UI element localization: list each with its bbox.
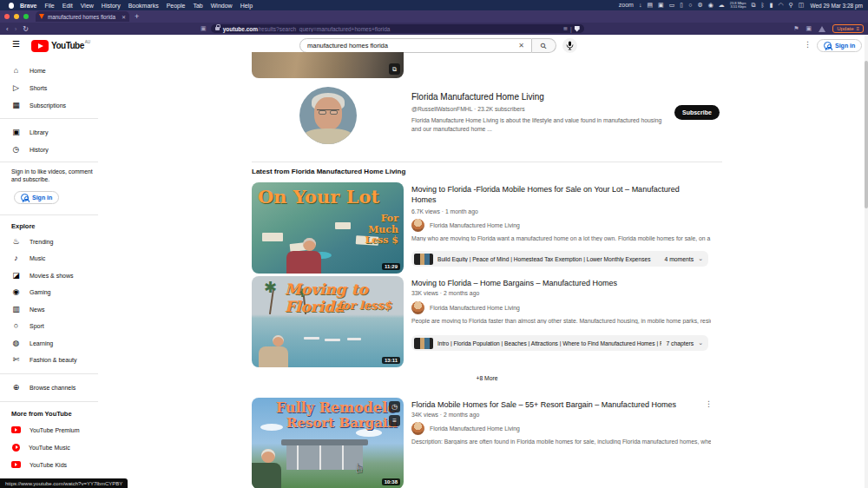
net-down: 3.51 Kbps xyxy=(730,5,746,10)
search-button[interactable]: ⚲ xyxy=(532,38,556,53)
back-button[interactable]: ‹ xyxy=(6,25,9,33)
chevron-down-icon[interactable]: ⌄ xyxy=(698,340,703,346)
video-thumbnail[interactable]: On Your Lot For Much Less $ 11:29 xyxy=(252,182,404,274)
sidebar-item-sport[interactable]: ○ Sport xyxy=(11,319,98,333)
video-channel-row[interactable]: Florida Manufactured Home Living xyxy=(411,301,520,314)
channel-avatar[interactable] xyxy=(299,87,357,144)
sidebar-item-movies[interactable]: ◪ Movies & shows xyxy=(11,268,98,282)
window-minimize-button[interactable] xyxy=(14,14,19,19)
brave-shields-icon[interactable] xyxy=(575,26,580,32)
camera-icon[interactable]: ▣ xyxy=(658,0,664,10)
sidebar-item-youtube-premium[interactable]: YouTube Premium xyxy=(11,423,98,437)
open-in-new-icon[interactable]: ⧉ xyxy=(389,63,400,75)
video-channel-row[interactable]: Florida Manufactured Home Living xyxy=(411,422,520,435)
header-signin-button[interactable]: Sign in xyxy=(817,39,862,52)
sidebar-item-music[interactable]: ♪ Music xyxy=(11,251,98,265)
apple-menu-icon[interactable] xyxy=(9,3,14,9)
tab-close-icon[interactable]: ✕ xyxy=(122,14,126,20)
menu-help[interactable]: Help xyxy=(240,3,253,9)
sidebar-item-browse-channels[interactable]: ⊕ Browse channels xyxy=(11,380,98,394)
url-field[interactable]: youtube.com /results?search_query=manufa… xyxy=(211,24,584,33)
menu-view[interactable]: View xyxy=(81,3,94,9)
new-tab-button[interactable]: + xyxy=(135,12,139,21)
chapters-bar[interactable]: Intro | Florida Population | Beaches | A… xyxy=(411,335,708,351)
window-close-button[interactable] xyxy=(4,14,10,19)
sidebar-item-subscriptions[interactable]: ▦ Subscriptions xyxy=(11,98,98,112)
display-icon[interactable]: ▤ xyxy=(647,0,653,10)
screen-mirroring-icon[interactable]: ⧉ xyxy=(751,0,755,10)
presenter-figure xyxy=(297,238,321,274)
scrollbar-thumb[interactable] xyxy=(865,61,868,208)
sidebar-item-library[interactable]: ▣ Library xyxy=(11,125,98,139)
video-thumbnail[interactable]: ✱ ✱ Moving to Florida for less$ 13:11 xyxy=(252,276,404,367)
wallet-icon[interactable]: ▣ xyxy=(806,25,812,32)
sidebar-item-youtube-kids[interactable]: YouTube Kids xyxy=(11,458,98,472)
watch-later-icon[interactable]: ◷ xyxy=(389,401,400,412)
sidebar-item-learning[interactable]: ◍ Learning xyxy=(11,336,98,350)
video-title[interactable]: Florida Mobile Homes for Sale – 55+ Reso… xyxy=(411,400,700,411)
bluetooth-icon[interactable]: ᛒ xyxy=(760,0,764,10)
more-results-button[interactable]: +8 More xyxy=(252,375,722,381)
forward-button[interactable]: › xyxy=(15,25,17,33)
sidebar-item-gaming[interactable]: ◉ Gaming xyxy=(11,285,98,299)
channel-name[interactable]: Florida Manufactured Home Living xyxy=(411,92,544,102)
video-channel-row[interactable]: Florida Manufactured Home Living xyxy=(411,219,520,232)
page-scrollbar[interactable] xyxy=(865,35,868,488)
partial-video-thumbnail[interactable]: ⧉ xyxy=(252,52,404,78)
video-thumbnail[interactable]: Fully Remodele Resort Bargain ◷ ≡ ☞ 10:3… xyxy=(252,398,404,488)
zoom-menu-extra[interactable]: zoom xyxy=(619,0,634,10)
update-button[interactable]: Update ≡ xyxy=(832,24,864,33)
menu-bookmarks[interactable]: Bookmarks xyxy=(128,3,159,9)
reload-button[interactable]: ↻ xyxy=(23,25,29,33)
sidebar-toggle-icon[interactable]: ▣ xyxy=(201,25,207,32)
menu-file[interactable]: File xyxy=(44,3,54,9)
sidebar-item-home[interactable]: ⌂ Home xyxy=(11,63,98,77)
menu-edit[interactable]: Edit xyxy=(62,3,73,9)
sidebar-item-youtube-music[interactable]: YouTube Music xyxy=(11,440,98,454)
cloud-icon[interactable]: ☁ xyxy=(719,0,725,10)
voice-search-button[interactable] xyxy=(562,38,577,53)
menu-history[interactable]: History xyxy=(102,3,121,9)
sidebar-item-shorts[interactable]: ▷ Shorts xyxy=(11,81,98,95)
video-title[interactable]: Moving to Florida – Home Bargains – Manu… xyxy=(411,279,698,289)
video-title[interactable]: Moving to Florida -Florida Mobile Homes … xyxy=(411,185,698,205)
guide-menu-icon[interactable]: ☰ xyxy=(12,39,20,49)
network-speed-indicator[interactable]: 23.8 Mbps 3.51 Kbps xyxy=(730,2,746,10)
chevron-down-icon[interactable]: ⌄ xyxy=(698,255,703,262)
settings-icon[interactable]: ⚙ xyxy=(697,0,702,10)
video-kebab-icon[interactable]: ⋮ xyxy=(705,399,713,408)
menu-window[interactable]: Window xyxy=(211,3,233,9)
menu-brave[interactable]: Brave xyxy=(20,3,36,9)
wifi-icon[interactable]: ◠ xyxy=(779,0,784,10)
clear-search-icon[interactable]: ✕ xyxy=(518,42,524,49)
section-title: Latest from Florida Manufactured Home Li… xyxy=(252,168,405,175)
youtube-logo[interactable]: YouTube AU xyxy=(31,40,90,52)
sidebar-item-fashion[interactable]: ✄ Fashion & beauty xyxy=(11,353,98,366)
subscribe-button[interactable]: Subscribe xyxy=(674,105,720,120)
search-input[interactable] xyxy=(307,42,515,49)
browser-tab[interactable]: manufactured homes florida ✕ xyxy=(36,11,129,22)
brave-rewards-icon[interactable] xyxy=(819,26,825,32)
menubar-clock[interactable]: Wed 29 Mar 3:28 pm xyxy=(810,3,863,9)
reader-mode-icon[interactable]: ≣ xyxy=(563,25,568,32)
chapters-bar[interactable]: Build Equity | Peace of Mind | Homestead… xyxy=(411,251,708,267)
header-kebab-icon[interactable]: ⋮ xyxy=(804,40,812,49)
sidebar-signin-button[interactable]: Sign in xyxy=(14,191,59,204)
battery-icon[interactable]: ▮ xyxy=(770,0,773,10)
menu-tab[interactable]: Tab xyxy=(193,3,202,9)
menu-people[interactable]: People xyxy=(167,3,186,9)
presenter-figure xyxy=(255,449,281,488)
spotlight-icon[interactable]: ⚲ xyxy=(789,0,793,10)
bookmark-flag-icon[interactable]: ⚑ xyxy=(793,25,799,32)
control-center-icon[interactable]: ◫ xyxy=(799,0,805,10)
folder-icon[interactable]: ▭ xyxy=(669,0,675,10)
sidebar-item-news[interactable]: ▥ News xyxy=(11,302,98,316)
sidebar-item-trending[interactable]: ♨ Trending xyxy=(11,234,98,248)
globe-icon[interactable]: ◉ xyxy=(708,0,713,10)
phone-icon[interactable]: ▯ xyxy=(680,0,683,10)
download-icon[interactable]: ↓ xyxy=(639,0,642,10)
sidebar-item-history[interactable]: ◷ History xyxy=(11,142,98,156)
add-to-queue-icon[interactable]: ≡ xyxy=(389,415,400,426)
circle-app-icon[interactable]: ○ xyxy=(688,0,692,10)
window-zoom-button[interactable] xyxy=(23,14,29,19)
